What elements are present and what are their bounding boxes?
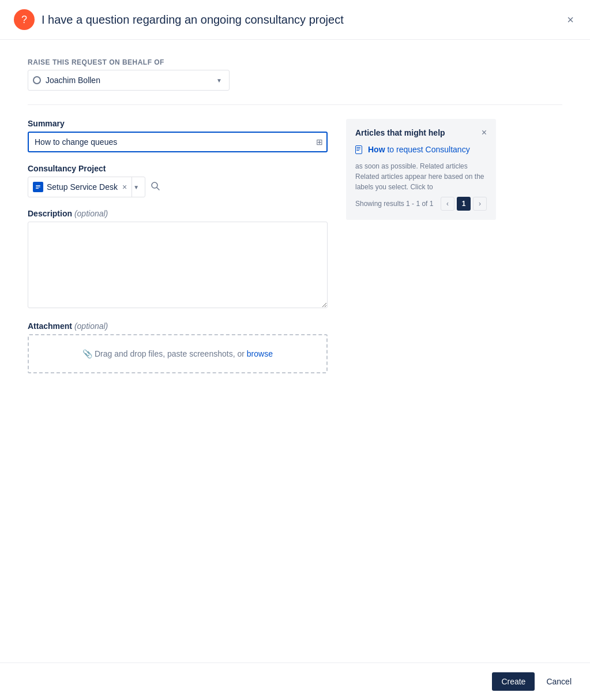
svg-rect-2 [36,186,40,187]
articles-panel-inner: Articles that might help × [346,119,496,220]
description-textarea[interactable] [28,222,328,308]
summary-field-group: Summary ⊞ [28,119,328,152]
question-icon: ? [14,9,35,30]
consultancy-search-button[interactable] [148,178,163,196]
behalf-field[interactable]: Joachim Bollen ▼ [28,70,230,91]
modal: ? I have a question regarding an ongoing… [0,0,590,700]
consultancy-select[interactable]: Setup Service Desk × ▼ [28,177,145,197]
articles-pagination: Showing results 1 - 1 of 1 ‹ 1 › [355,197,487,211]
pagination-next-button[interactable]: › [473,197,487,211]
consultancy-clear-button[interactable]: × [121,182,128,192]
attachment-label: Attachment (optional) [28,321,328,331]
consultancy-label: Consultancy Project [28,164,328,173]
description-field-group: Description (optional) [28,209,328,310]
pagination-text: Showing results 1 - 1 of 1 [355,200,438,208]
close-button[interactable]: × [565,12,576,28]
description-label: Description (optional) [28,209,328,218]
section-divider [28,104,562,105]
modal-overlay: ? I have a question regarding an ongoing… [0,0,590,700]
svg-rect-3 [36,188,39,189]
pagination-current-page: 1 [457,197,471,211]
document-icon [355,145,363,156]
form-left: Summary ⊞ Consultancy Project [28,119,328,385]
modal-header: ? I have a question regarding an ongoing… [0,0,590,40]
articles-panel: Articles that might help × [346,119,496,220]
summary-label: Summary [28,119,328,128]
summary-input-wrapper: ⊞ [28,132,328,152]
articles-close-button[interactable]: × [482,128,487,137]
attachment-drop-zone[interactable]: 📎 Drag and drop files, paste screenshots… [28,334,328,373]
attachment-icon: 📎 [82,349,92,358]
behalf-dropdown-button[interactable]: ▼ [214,77,224,84]
svg-rect-6 [356,146,362,154]
articles-header: Articles that might help × [355,128,487,137]
summary-icon: ⊞ [316,137,323,147]
form-content: Summary ⊞ Consultancy Project [28,119,562,385]
modal-footer: Create Cancel [0,662,590,700]
consultancy-field-group: Consultancy Project [28,164,328,197]
svg-rect-9 [356,150,359,151]
svg-rect-7 [356,147,360,148]
articles-description: as soon as possible. Related articles Re… [355,161,487,192]
consultancy-dropdown-button[interactable]: ▼ [131,177,140,197]
attachment-field-group: Attachment (optional) 📎 Drag and drop fi… [28,321,328,373]
consultancy-field-row: Setup Service Desk × ▼ [28,177,328,197]
consultancy-value: Setup Service Desk [47,182,118,192]
svg-rect-8 [356,149,360,149]
modal-body: Raise this request on behalf of Joachim … [0,40,590,403]
behalf-label: Raise this request on behalf of [28,58,562,66]
pagination-prev-button[interactable]: ‹ [441,197,454,211]
browse-link[interactable]: browse [247,349,273,358]
svg-rect-1 [36,185,40,186]
behalf-name: Joachim Bollen [46,76,214,85]
behalf-section: Raise this request on behalf of Joachim … [28,58,562,91]
summary-input[interactable] [28,132,328,152]
modal-title: I have a question regarding an ongoing c… [42,13,565,27]
svg-line-5 [157,188,159,190]
behalf-radio [33,76,41,84]
create-button[interactable]: Create [492,672,535,691]
article-rest: to request Consultancy [385,145,470,154]
project-icon [33,182,43,192]
article-item: How to request Consultancy [355,144,487,156]
attachment-text: Drag and drop files, paste screenshots, … [95,349,245,358]
article-how: How [368,145,385,154]
articles-title: Articles that might help [355,128,445,137]
cancel-button[interactable]: Cancel [542,672,576,691]
article-link[interactable]: How to request Consultancy [368,144,470,156]
